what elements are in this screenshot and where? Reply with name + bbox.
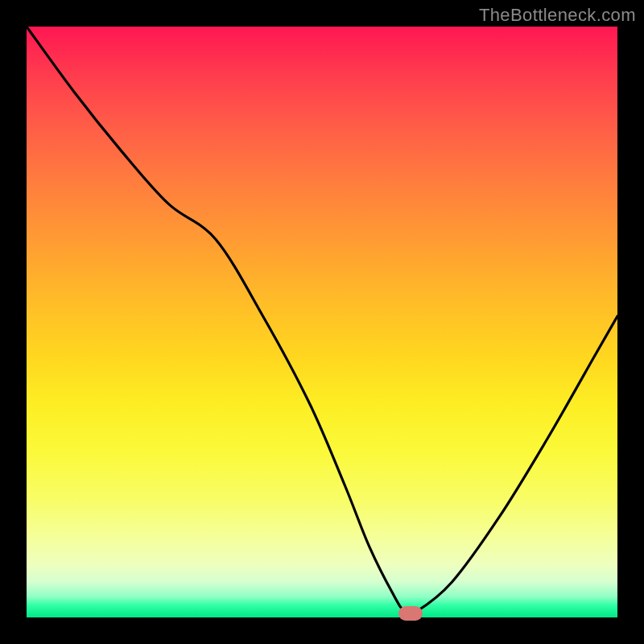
optimal-point-marker — [398, 606, 423, 621]
bottleneck-curve — [27, 27, 617, 617]
curve-path — [27, 27, 617, 614]
attribution-text: TheBottleneck.com — [479, 5, 636, 26]
chart-frame: TheBottleneck.com — [0, 0, 644, 644]
plot-area — [27, 27, 617, 617]
